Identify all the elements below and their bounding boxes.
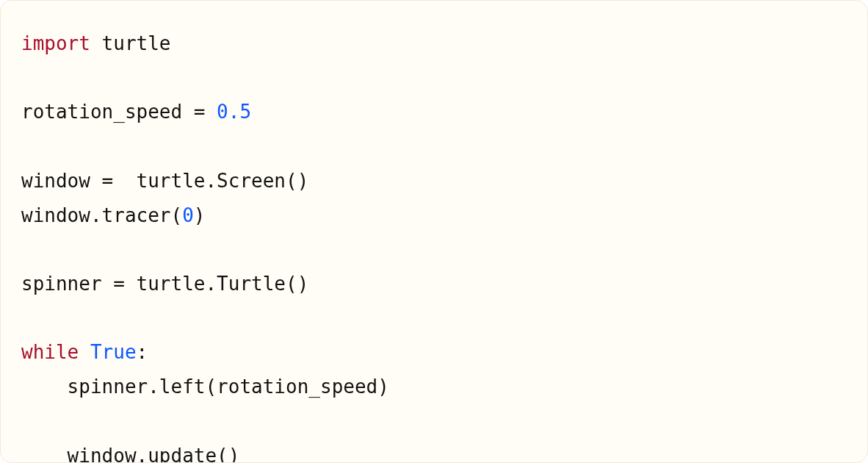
code-token: turtle — [90, 32, 171, 54]
code-token: import — [21, 32, 90, 54]
code-content: import turtle rotation_speed = 0.5 windo… — [21, 32, 389, 463]
code-token: window.tracer( — [21, 204, 182, 226]
code-token: spinner.left(rotation_speed) — [21, 376, 389, 398]
code-token: window.update() — [21, 445, 239, 463]
code-token — [79, 341, 90, 363]
code-token: 0 — [182, 204, 194, 226]
code-token: : — [137, 341, 148, 363]
code-token: True — [90, 341, 137, 363]
code-block: import turtle rotation_speed = 0.5 windo… — [0, 0, 868, 463]
code-token: ) — [194, 204, 206, 226]
code-token: window = turtle.Screen() — [21, 170, 308, 192]
code-token: spinner = turtle.Turtle() — [21, 273, 308, 295]
code-token: while — [21, 341, 79, 363]
code-token: 0.5 — [217, 101, 251, 123]
code-token: rotation_speed = — [21, 101, 217, 123]
